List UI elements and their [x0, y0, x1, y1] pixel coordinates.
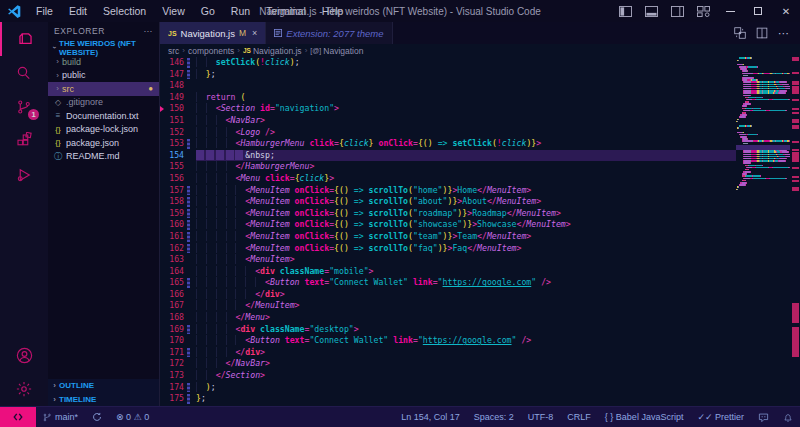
- code-line-157[interactable]: 157 <MenuItem onClick={() => scrollTo("h…: [160, 185, 736, 197]
- code-line-170[interactable]: 170 <Button text="Connect Wallet" link="…: [160, 335, 736, 347]
- project-root-item[interactable]: › THE WEIRDOS (NFT WEBSITE): [48, 40, 159, 55]
- menu-terminal[interactable]: Terminal: [258, 0, 314, 22]
- code-line-158[interactable]: 158 <MenuItem onClick={() => scrollTo("a…: [160, 196, 736, 208]
- git-modified-gutter-icon: [187, 244, 190, 254]
- status-item-5[interactable]: ✓✓ Prettier: [690, 407, 751, 427]
- code-line-168[interactable]: 168 </Menu>: [160, 312, 736, 324]
- problems-status[interactable]: ⊗ 0 ⚠ 0: [109, 407, 156, 427]
- tab-navigation-js[interactable]: JSNavigation.jsM×: [160, 22, 266, 44]
- gutter: [184, 289, 196, 301]
- code-line-174[interactable]: 174 );: [160, 382, 736, 394]
- breadcrumb-item-src[interactable]: src: [168, 46, 179, 56]
- breadcrumb-item-navigation[interactable]: [@]Navigation: [310, 46, 363, 56]
- code-line-151[interactable]: 151 <NavBar>: [160, 115, 736, 127]
- code-line-169[interactable]: 169 <div className="desktop">: [160, 324, 736, 336]
- code-line-147[interactable]: 147 };: [160, 69, 736, 81]
- status-item-0[interactable]: Ln 154, Col 17: [394, 407, 467, 427]
- status-item-2[interactable]: UTF-8: [521, 407, 561, 427]
- sync-button[interactable]: [85, 407, 109, 427]
- code-line-156[interactable]: 156 <Menu click={click}>: [160, 173, 736, 185]
- menu-selection[interactable]: Selection: [95, 0, 154, 22]
- tree-item-readme-md[interactable]: ⓘREADME.md: [48, 150, 159, 164]
- code-line-176[interactable]: 176: [160, 405, 736, 406]
- notifications-bell-button[interactable]: [776, 407, 800, 427]
- open-changes-icon[interactable]: [734, 27, 746, 39]
- line-number: 166: [160, 289, 184, 301]
- toggle-sidebar-icon[interactable]: [612, 0, 638, 22]
- maximize-button[interactable]: [744, 0, 772, 22]
- minimap[interactable]: [736, 57, 790, 406]
- code-line-152[interactable]: 152 <Logo />: [160, 127, 736, 139]
- gutter: [184, 103, 196, 115]
- status-item-3[interactable]: CRLF: [560, 407, 598, 427]
- code-line-175[interactable]: 175};: [160, 393, 736, 405]
- activity-account-icon[interactable]: [0, 338, 48, 372]
- code-line-164[interactable]: 164 <div className="mobile">: [160, 266, 736, 278]
- code-line-172[interactable]: 172 </NavBar>: [160, 358, 736, 370]
- customize-layout-icon[interactable]: [690, 0, 716, 22]
- more-actions-icon[interactable]: ⋯: [778, 27, 790, 40]
- menu-help[interactable]: Help: [314, 0, 352, 22]
- code-line-173[interactable]: 173 </Section>: [160, 370, 736, 382]
- tree-item-package-lock-json[interactable]: {}package-lock.json: [48, 123, 159, 137]
- tab-close-icon[interactable]: ×: [252, 28, 257, 38]
- sidebar-panel-outline[interactable]: ›OUTLINE: [48, 379, 159, 393]
- code-line-149[interactable]: 149 return (: [160, 92, 736, 104]
- code-text: </div>: [196, 289, 736, 301]
- code-text: <MenuItem onClick={() => scrollTo("faq")…: [196, 243, 736, 255]
- tab-extension-2077-theme[interactable]: Extension: 2077 theme: [266, 22, 392, 44]
- activity-explorer-icon[interactable]: [0, 22, 48, 56]
- activity-run-and-debug-icon[interactable]: [0, 158, 48, 192]
- code-text: );: [196, 382, 736, 394]
- activity-settings-icon[interactable]: [0, 372, 48, 406]
- status-item-1[interactable]: Spaces: 2: [467, 407, 521, 427]
- code-text: <MenuItem onClick={() => scrollTo("team"…: [196, 231, 736, 243]
- menu-run[interactable]: Run: [223, 0, 258, 22]
- tree-item-public[interactable]: ›public: [48, 69, 159, 83]
- git-branch-status[interactable]: main*: [36, 407, 85, 427]
- menu-edit[interactable]: Edit: [61, 0, 95, 22]
- split-editor-icon[interactable]: [756, 27, 768, 39]
- code-line-161[interactable]: 161 <MenuItem onClick={() => scrollTo("t…: [160, 231, 736, 243]
- code-line-171[interactable]: 171 </div>: [160, 347, 736, 359]
- activity-search-icon[interactable]: [0, 56, 48, 90]
- tree-item-package-json[interactable]: {}package.json: [48, 136, 159, 150]
- code-line-153[interactable]: 153 <HamburgerMenu click={click} onClick…: [160, 138, 736, 150]
- minimize-button[interactable]: [716, 0, 744, 22]
- code-line-162[interactable]: 162 <MenuItem onClick={() => scrollTo("f…: [160, 243, 736, 255]
- code-line-150[interactable]: 150 <Section id="navigation">: [160, 103, 736, 115]
- tree-item--gitignore[interactable]: ◇.gitignore: [48, 96, 159, 110]
- sidebar-panel-timeline[interactable]: ›TIMELINE: [48, 393, 159, 407]
- breadcrumb-item-components[interactable]: components: [188, 46, 234, 56]
- code-line-166[interactable]: 166 </div>: [160, 289, 736, 301]
- tree-item-src[interactable]: ›src●: [48, 82, 159, 96]
- code-line-146[interactable]: 146 setClick(!click);: [160, 57, 736, 69]
- remote-indicator[interactable]: [0, 407, 36, 427]
- code-line-163[interactable]: 163 <MenuItem>: [160, 254, 736, 266]
- toggle-secondary-sidebar-icon[interactable]: [664, 0, 690, 22]
- feedback-button[interactable]: [751, 407, 776, 427]
- menu-view[interactable]: View: [154, 0, 193, 22]
- close-button[interactable]: ✕: [772, 0, 800, 22]
- breadcrumb-item-navigation-js[interactable]: JSNavigation.js: [243, 46, 302, 56]
- git-modified-gutter-icon: [187, 348, 190, 358]
- code-line-167[interactable]: 167 </MenuItem>: [160, 300, 736, 312]
- toggle-panel-icon[interactable]: [638, 0, 664, 22]
- code-line-160[interactable]: 160 <MenuItem onClick={() => scrollTo("s…: [160, 219, 736, 231]
- code-editor[interactable]: 146 setClick(!click);147 };148149 return…: [160, 57, 800, 406]
- status-item-4[interactable]: { } Babel JavaScript: [598, 407, 691, 427]
- explorer-more-actions-icon[interactable]: ⋯: [144, 26, 154, 36]
- menu-file[interactable]: File: [28, 0, 61, 22]
- menu-go[interactable]: Go: [193, 0, 223, 22]
- code-line-154[interactable]: 154 &nbsp;: [160, 150, 736, 162]
- gutter: [184, 219, 196, 231]
- code-line-148[interactable]: 148: [160, 80, 736, 92]
- tree-item-build[interactable]: ›build: [48, 55, 159, 69]
- tree-item-documentation-txt[interactable]: ≡Documentation.txt: [48, 109, 159, 123]
- gutter: [184, 393, 196, 405]
- activity-extensions-icon[interactable]: [0, 124, 48, 158]
- code-line-165[interactable]: 165 <Button text="Connect Wallet" link="…: [160, 277, 736, 289]
- code-line-159[interactable]: 159 <MenuItem onClick={() => scrollTo("r…: [160, 208, 736, 220]
- activity-source-control-icon[interactable]: 1: [0, 90, 48, 124]
- code-line-155[interactable]: 155 </HamburgerMenu>: [160, 161, 736, 173]
